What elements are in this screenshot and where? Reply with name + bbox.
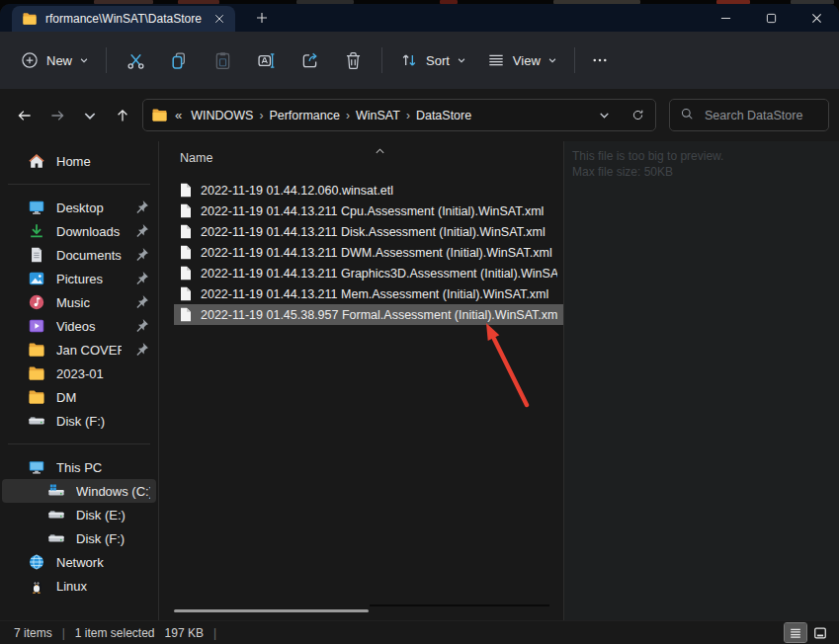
sidebar-item-pictures[interactable]: Pictures — [2, 267, 156, 290]
column-header-name[interactable]: Name — [174, 145, 563, 180]
sidebar-item-label: Documents — [56, 248, 122, 263]
sidebar-item-linux[interactable]: Linux — [2, 574, 156, 598]
view-button[interactable]: View — [476, 43, 567, 77]
breadcrumb-separator-icon: › — [255, 109, 267, 122]
details-view-button[interactable] — [785, 623, 806, 642]
new-button[interactable]: New — [10, 43, 99, 77]
sidebar-item-disk-f[interactable]: Disk (F:) — [2, 526, 156, 550]
pin-icon — [132, 270, 150, 287]
sidebar-separator — [8, 443, 150, 444]
breadcrumb-separator-icon: › — [402, 109, 414, 122]
maximize-button[interactable] — [748, 4, 794, 32]
rename-button[interactable] — [244, 42, 288, 78]
file-icon — [180, 286, 192, 301]
sidebar-item-dm[interactable]: DM — [2, 385, 156, 409]
paste-button[interactable] — [201, 42, 244, 78]
toolbar-separator — [381, 47, 382, 73]
more-options-button[interactable] — [582, 42, 618, 78]
folder-icon — [22, 11, 38, 27]
minimize-button[interactable] — [703, 4, 748, 32]
sidebar-item-label: Network — [56, 555, 150, 570]
music-icon — [28, 293, 45, 311]
cut-button[interactable] — [114, 42, 157, 78]
back-button[interactable] — [10, 101, 39, 129]
breadcrumb[interactable]: « WINDOWS›Performance›WinSAT›DataStore — [142, 99, 656, 131]
forward-button[interactable] — [42, 101, 71, 129]
sidebar-item-disk-f[interactable]: Disk (F:) — [2, 409, 156, 433]
sort-button[interactable]: Sort — [389, 43, 476, 77]
sidebar-item-videos[interactable]: Videos — [2, 314, 156, 338]
rename-icon — [256, 50, 277, 71]
sidebar-item-music[interactable]: Music — [2, 290, 156, 314]
chevron-down-icon — [547, 55, 557, 65]
sidebar-item-label: Downloads — [56, 224, 122, 239]
file-row[interactable]: 2022-11-19 01.44.13.211 Mem.Assessment (… — [174, 283, 563, 304]
file-row[interactable]: 2022-11-19 01.44.13.211 DWM.Assessment (… — [174, 242, 563, 263]
breadcrumb-item-windows[interactable]: WINDOWS — [189, 107, 255, 124]
cut-icon — [126, 50, 146, 71]
drive-icon — [47, 529, 65, 547]
file-row[interactable]: 2022-11-19 01.44.12.060.winsat.etl — [174, 180, 563, 201]
sidebar-item-desktop[interactable]: Desktop — [2, 196, 156, 219]
pictures-icon — [28, 270, 45, 287]
sidebar-item-label: Home — [56, 154, 150, 169]
file-row[interactable]: 2022-11-19 01.44.13.211 Disk.Assessment … — [174, 221, 563, 242]
screen-background: rformance\WinSAT\DataStore New Sort — [0, 0, 839, 644]
new-button-label: New — [46, 53, 72, 68]
horizontal-scrollbar-thumb[interactable] — [174, 609, 369, 612]
file-name: 2022-11-19 01.44.12.060.winsat.etl — [201, 184, 393, 198]
search-box[interactable] — [669, 99, 829, 131]
search-input[interactable] — [703, 108, 818, 123]
large-icons-view-button[interactable] — [809, 623, 831, 642]
sidebar-item-disk-e[interactable]: Disk (E:) — [2, 503, 156, 526]
sidebar-item-downloads[interactable]: Downloads — [2, 219, 156, 243]
file-name: 2022-11-19 01.44.13.211 Disk.Assessment … — [201, 225, 545, 239]
breadcrumb-item-datastore[interactable]: DataStore — [414, 107, 473, 124]
copy-button[interactable] — [157, 42, 201, 78]
file-name: 2022-11-19 01.44.13.211 DWM.Assessment (… — [201, 246, 552, 260]
windows-drive-icon — [47, 482, 65, 500]
delete-button[interactable] — [331, 42, 375, 78]
sidebar-item-this-pc[interactable]: This PC — [2, 455, 156, 479]
sidebar-item-jan-cover[interactable]: Jan COVER — [2, 338, 156, 362]
sidebar-item-label: DM — [56, 390, 150, 405]
sidebar-item-home[interactable]: Home — [2, 149, 156, 173]
command-bar: New Sort View — [0, 32, 839, 89]
home-icon — [28, 152, 45, 170]
sidebar-item-label: Videos — [56, 319, 122, 334]
address-row: « WINDOWS›Performance›WinSAT›DataStore — [0, 89, 839, 141]
refresh-button[interactable] — [628, 106, 647, 125]
share-button[interactable] — [288, 42, 331, 78]
sidebar-item-label: Music — [56, 295, 122, 310]
tab-close-button[interactable] — [211, 11, 227, 27]
sidebar-item-documents[interactable]: Documents — [2, 243, 156, 267]
sidebar-item-label: 2023-01 — [56, 366, 150, 381]
breadcrumb-crumbs: WINDOWS›Performance›WinSAT›DataStore — [189, 107, 473, 124]
sidebar-item-network[interactable]: Network — [2, 550, 156, 574]
preview-message-line2: Max file size: 50KB — [572, 164, 839, 180]
column-header-label: Name — [180, 151, 212, 165]
sidebar-item-windows-c[interactable]: Windows (C:) — [2, 479, 156, 503]
close-button[interactable] — [794, 4, 839, 32]
file-row[interactable]: 2022-11-19 01.44.13.211 Graphics3D.Asses… — [174, 263, 563, 283]
sort-button-label: Sort — [426, 53, 450, 68]
address-dropdown-button[interactable] — [594, 106, 614, 125]
breadcrumb-overflow[interactable]: « — [175, 108, 182, 122]
title-bar: rformance\WinSAT\DataStore — [0, 4, 839, 32]
up-button[interactable] — [108, 101, 136, 129]
view-icon — [486, 50, 506, 70]
file-name: 2022-11-19 01.44.13.211 Cpu.Assessment (… — [201, 204, 544, 218]
explorer-tab[interactable]: rformance\WinSAT\DataStore — [12, 6, 235, 32]
new-tab-button[interactable] — [251, 7, 273, 29]
recent-locations-button[interactable] — [75, 101, 104, 129]
sidebar-item-label: Linux — [56, 579, 150, 594]
sidebar-item-label: Disk (F:) — [56, 414, 150, 429]
sidebar-item-label: Pictures — [56, 272, 122, 286]
breadcrumb-item-performance[interactable]: Performance — [267, 107, 342, 124]
breadcrumb-controls — [594, 106, 647, 125]
sidebar-item-2023-01[interactable]: 2023-01 — [2, 362, 156, 385]
file-row[interactable]: 2022-11-19 01.45.38.957 Formal.Assessmen… — [174, 304, 563, 325]
file-row[interactable]: 2022-11-19 01.44.13.211 Cpu.Assessment (… — [174, 201, 563, 221]
file-icon — [180, 203, 192, 218]
breadcrumb-item-winsat[interactable]: WinSAT — [354, 107, 402, 124]
